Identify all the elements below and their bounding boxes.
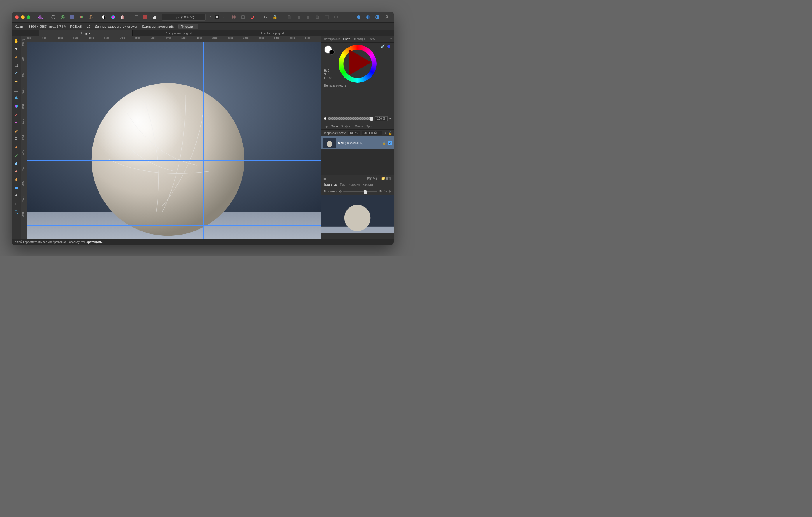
- guide-horizontal[interactable]: [27, 225, 321, 225]
- layers-menu-icon[interactable]: ☰: [323, 177, 326, 180]
- layer-item[interactable]: Фон (Пиксельный) 🔒: [321, 136, 394, 149]
- clone-brush-icon[interactable]: [12, 119, 20, 126]
- studio-preset-1-icon[interactable]: [355, 14, 362, 21]
- distribute-icon[interactable]: [332, 14, 340, 21]
- panel-menu-icon[interactable]: ≡: [390, 38, 392, 41]
- color-chooser-icon[interactable]: [110, 14, 117, 21]
- assistant-icon[interactable]: [151, 14, 158, 21]
- ruler-unit-label[interactable]: px: [21, 36, 27, 42]
- doc-tab[interactable]: 1_auto_x2.png [И]: [226, 30, 319, 36]
- color-picker-icon[interactable]: [12, 102, 20, 110]
- smart-selection-icon[interactable]: ✦: [12, 78, 20, 85]
- studio-preset-3-icon[interactable]: [374, 14, 381, 21]
- arrange-front-icon[interactable]: [314, 14, 321, 21]
- tab-brushes[interactable]: Кисти: [368, 38, 376, 41]
- tab-styles[interactable]: Стили: [355, 125, 364, 128]
- zoom-slider[interactable]: [343, 191, 377, 192]
- ruler-horizontal[interactable]: px 8009001000110012001300140015001600170…: [21, 36, 321, 42]
- hand-tool-icon[interactable]: ✋: [12, 37, 20, 44]
- opacity-slider[interactable]: [328, 117, 373, 120]
- canvas[interactable]: [27, 42, 321, 239]
- opacity-menu-icon[interactable]: ▾: [389, 117, 391, 120]
- crop-tool-icon[interactable]: [12, 62, 20, 69]
- gradient-icon[interactable]: [119, 14, 126, 21]
- document-title[interactable]: 1.jpg (100.0%): [162, 14, 206, 21]
- fx-icon[interactable]: fx: [373, 177, 375, 180]
- background-swatch[interactable]: [329, 50, 335, 55]
- tab-color[interactable]: Цвет: [343, 38, 350, 41]
- text-tool-icon[interactable]: A: [12, 192, 20, 199]
- zoom-out-icon[interactable]: ⊖: [339, 190, 342, 193]
- blur-tool-icon[interactable]: [12, 160, 20, 167]
- navigator-viewport[interactable]: [330, 200, 385, 227]
- arrange-back-icon[interactable]: [286, 14, 293, 21]
- layer-gear-icon[interactable]: ⚙: [384, 131, 387, 134]
- delete-layer-icon[interactable]: 🗑: [388, 177, 392, 180]
- move-tool-icon[interactable]: [12, 45, 20, 53]
- group-icon[interactable]: [323, 14, 330, 21]
- tab-layers[interactable]: Слои: [331, 125, 338, 128]
- persona-tone-icon[interactable]: [78, 14, 85, 21]
- arrange-backward-icon[interactable]: [295, 14, 302, 21]
- layer-visible-checkbox[interactable]: [388, 141, 392, 145]
- tab-navigator[interactable]: Навигатор: [323, 183, 337, 186]
- persona-export-icon[interactable]: [87, 14, 94, 21]
- blend-mode-select[interactable]: Обычный: [362, 131, 382, 135]
- zoom-value[interactable]: 100 %: [379, 190, 387, 193]
- arrange-forward-icon[interactable]: [304, 14, 312, 21]
- opacity-value[interactable]: 100 %: [375, 116, 388, 121]
- tab-adjust[interactable]: Кор: [323, 125, 328, 128]
- adjustment-icon[interactable]: ◐: [370, 177, 373, 180]
- persona-develop-icon[interactable]: [68, 14, 76, 21]
- rectangle-tool-icon[interactable]: [12, 184, 20, 191]
- ruler-vertical[interactable]: 7008009001000110012001300140015001600170…: [21, 42, 27, 239]
- view-tool-icon[interactable]: [12, 54, 20, 61]
- guide-vertical[interactable]: [203, 42, 204, 239]
- layer-lock-icon[interactable]: 🔒: [388, 131, 392, 134]
- sample-swatch[interactable]: [387, 45, 390, 48]
- units-select[interactable]: Пиксели: [178, 24, 198, 29]
- paint-brush-icon[interactable]: [12, 111, 20, 118]
- guide-vertical[interactable]: [115, 42, 115, 239]
- inpaint-tool-icon[interactable]: [12, 152, 20, 158]
- doc-tab[interactable]: 1-Улучшено.png [И]: [133, 30, 226, 36]
- tab-histogram[interactable]: Гистограмма: [323, 38, 340, 41]
- mesh-tool-icon[interactable]: [12, 201, 20, 208]
- studio-preset-2-icon[interactable]: [365, 14, 372, 21]
- tab-swatches[interactable]: Образцы: [353, 38, 365, 41]
- selection-marquee-icon[interactable]: [132, 14, 139, 21]
- persona-photo-icon[interactable]: [50, 14, 57, 21]
- folder-icon[interactable]: 📁: [381, 177, 385, 180]
- minimize-window-button[interactable]: [21, 16, 25, 19]
- alignment-icon[interactable]: [262, 14, 269, 21]
- tab-stock[interactable]: Хрщ: [366, 125, 372, 128]
- layer-lock-indicator-icon[interactable]: 🔒: [382, 141, 386, 145]
- persona-liquify-icon[interactable]: [59, 14, 66, 21]
- guide-vertical[interactable]: [195, 42, 195, 239]
- pencil-tool-icon[interactable]: [12, 127, 20, 134]
- doc-tab[interactable]: 1.jpg [И]: [39, 30, 133, 36]
- dropdown-caret-icon[interactable]: ▾: [223, 16, 224, 19]
- tab-transform[interactable]: Трф: [340, 183, 345, 186]
- eyedropper-icon[interactable]: 💉: [381, 44, 385, 49]
- zoom-lens-icon[interactable]: [12, 135, 20, 142]
- quick-mask-icon[interactable]: [141, 14, 148, 21]
- crop-layer-icon[interactable]: ⧗: [375, 177, 378, 180]
- layer-opacity-value[interactable]: 100 %: [348, 131, 360, 135]
- grid-icon[interactable]: [230, 14, 237, 21]
- snap-magnet-icon[interactable]: [249, 14, 256, 21]
- add-layer-icon[interactable]: ▦: [385, 177, 388, 180]
- dodge-tool-icon[interactable]: [12, 143, 20, 150]
- color-wheel[interactable]: [339, 45, 377, 83]
- guides-icon[interactable]: [239, 14, 246, 21]
- flood-tool-icon[interactable]: [12, 94, 20, 101]
- tab-history[interactable]: История: [348, 183, 359, 186]
- account-icon[interactable]: [383, 14, 390, 21]
- pen-tool-icon[interactable]: [12, 176, 20, 183]
- marquee-tool-icon[interactable]: [12, 86, 20, 93]
- selection-brush-icon[interactable]: [12, 70, 20, 77]
- zoom-tool-icon[interactable]: [12, 209, 20, 216]
- background-toggle-icon[interactable]: [213, 14, 220, 21]
- navigator-thumbnail[interactable]: [321, 195, 394, 233]
- lock-icon[interactable]: 🔒: [271, 14, 278, 21]
